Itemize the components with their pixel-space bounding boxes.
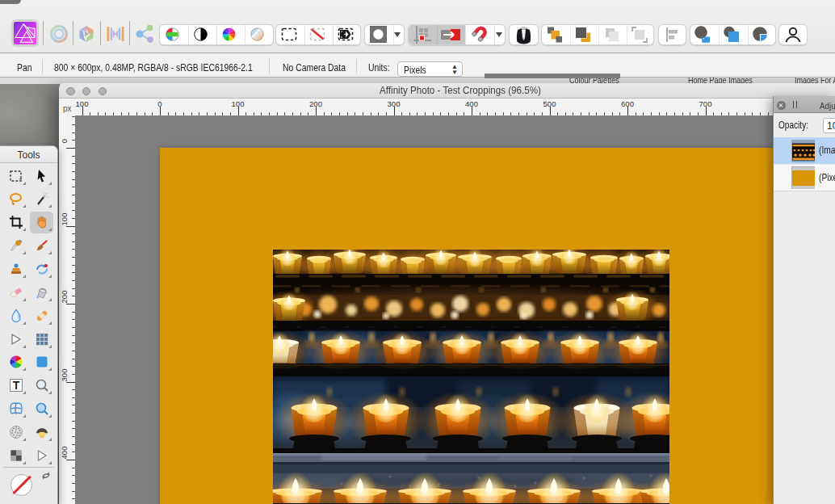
svg-text:T: T [13, 379, 20, 392]
